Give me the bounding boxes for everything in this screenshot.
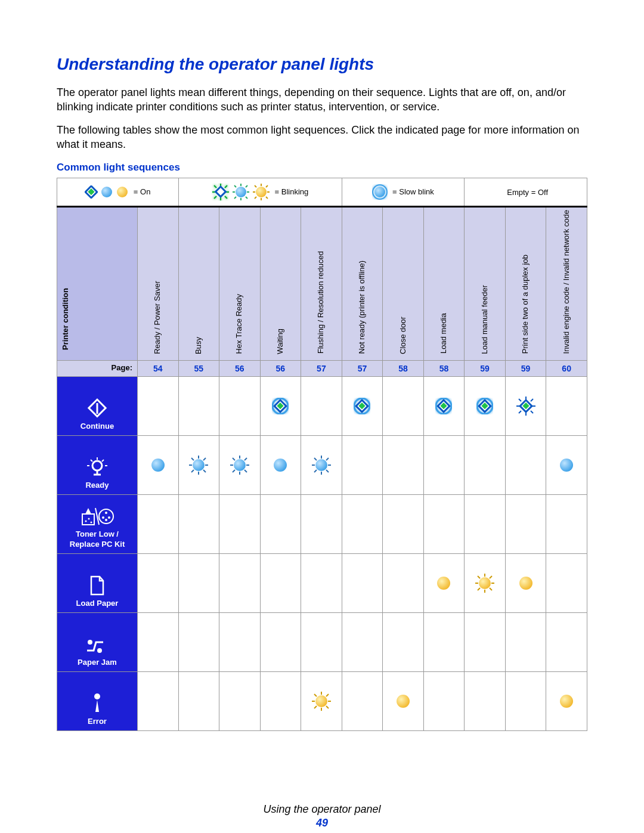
svg-line-124 — [314, 694, 317, 696]
light-cell — [342, 435, 383, 494]
svg-point-128 — [315, 695, 327, 707]
footer: Using the operator panel 49 — [57, 803, 587, 831]
svg-point-21 — [236, 187, 246, 197]
light-blink-g-icon — [516, 400, 536, 410]
svg-line-53 — [531, 399, 533, 401]
svg-point-84 — [274, 459, 287, 472]
light-cell — [301, 435, 342, 494]
svg-line-113 — [490, 576, 492, 578]
table-title: Common light sequences — [57, 161, 587, 174]
table-row: Toner Low /Replace PC Kit — [57, 494, 587, 553]
intro-para-2: The following tables show the most commo… — [57, 123, 587, 151]
ready-icon — [57, 457, 137, 478]
svg-line-63 — [91, 460, 92, 462]
svg-line-92 — [314, 470, 317, 472]
page-row: Page: 54 55 56 56 57 57 58 58 59 59 60 — [57, 360, 587, 376]
svg-line-18 — [246, 197, 247, 199]
page-link[interactable]: 58 — [398, 364, 408, 373]
light-cell — [219, 671, 261, 730]
page-link[interactable]: 57 — [317, 364, 326, 373]
table-row: Ready — [57, 435, 587, 494]
light-cell — [546, 494, 587, 553]
light-on-y-icon — [559, 695, 574, 705]
table-row: Load Paper — [57, 553, 587, 612]
light-cell — [383, 612, 424, 671]
toner-icon — [57, 506, 137, 527]
svg-point-30 — [256, 187, 267, 197]
svg-line-73 — [191, 470, 194, 472]
column-header-row: Printer condition Ready / Power Saver Bu… — [57, 207, 587, 361]
light-cell — [219, 494, 261, 553]
row-header-loadpaper: Load Paper — [57, 553, 138, 612]
light-cell — [178, 612, 219, 671]
light-cell — [546, 553, 587, 612]
light-cell — [178, 376, 219, 435]
light-on-g-icon — [272, 400, 289, 410]
light-cell — [423, 494, 465, 553]
light-cell — [342, 376, 383, 435]
page-link[interactable]: 59 — [480, 364, 490, 373]
light-cell — [260, 435, 301, 494]
light-sequence-table: = On = Blinking = Slow blink Empty = Off… — [57, 178, 587, 731]
light-cell — [301, 553, 342, 612]
light-cell — [342, 553, 383, 612]
light-cell — [342, 671, 383, 730]
light-cell — [219, 376, 261, 435]
svg-line-28 — [266, 185, 268, 187]
light-cell — [546, 612, 587, 671]
light-cell — [219, 553, 261, 612]
page-link[interactable]: 56 — [276, 364, 286, 373]
light-cell — [178, 435, 219, 494]
row-header-toner: Toner Low /Replace PC Kit — [57, 494, 138, 553]
svg-line-19 — [246, 185, 247, 187]
page-link[interactable]: 60 — [562, 364, 571, 373]
light-cell — [219, 612, 261, 671]
light-cell — [178, 553, 219, 612]
svg-line-27 — [266, 197, 268, 199]
svg-point-97 — [85, 520, 87, 522]
light-cell — [260, 494, 301, 553]
page-link[interactable]: 55 — [194, 364, 204, 373]
svg-line-20 — [234, 197, 236, 199]
svg-line-80 — [244, 470, 247, 472]
svg-line-72 — [203, 458, 206, 460]
legend-blinking: = Blinking — [178, 178, 342, 207]
light-cell — [219, 435, 261, 494]
svg-line-54 — [519, 411, 521, 413]
svg-point-98 — [88, 518, 90, 519]
page-link[interactable]: 54 — [153, 364, 163, 373]
light-cell — [260, 376, 301, 435]
light-cell — [505, 671, 546, 730]
circle-yellow-icon — [116, 185, 129, 199]
svg-line-29 — [255, 197, 256, 199]
light-cell — [383, 435, 424, 494]
error-icon — [57, 693, 137, 714]
table-row: Paper Jam — [57, 612, 587, 671]
light-cell — [178, 494, 219, 553]
light-blink-b-icon — [311, 459, 332, 469]
light-on-y-icon — [518, 577, 534, 587]
page-title: Understanding the operator panel lights — [57, 54, 587, 75]
svg-point-118 — [97, 648, 102, 653]
intro-para-1: The operator panel lights mean different… — [57, 86, 587, 114]
svg-line-125 — [326, 706, 329, 708]
svg-line-89 — [314, 458, 317, 460]
svg-line-112 — [490, 588, 492, 590]
loadpaper-icon — [57, 575, 137, 596]
svg-line-90 — [326, 470, 329, 472]
page-link[interactable]: 57 — [358, 364, 367, 373]
svg-line-9 — [225, 196, 227, 199]
page-link[interactable]: 59 — [521, 364, 531, 373]
light-cell — [342, 494, 383, 553]
circle-yellow-blink-icon — [252, 183, 270, 201]
svg-point-105 — [105, 519, 107, 521]
light-cell — [138, 435, 179, 494]
light-cell — [505, 612, 546, 671]
page-link[interactable]: 58 — [439, 364, 449, 373]
row-header-continue: Continue — [57, 376, 138, 435]
light-cell — [260, 612, 301, 671]
light-blink-y-icon — [311, 695, 332, 705]
light-on-b-icon — [150, 459, 166, 469]
light-on-b-icon — [273, 459, 288, 469]
page-link[interactable]: 56 — [235, 364, 244, 373]
